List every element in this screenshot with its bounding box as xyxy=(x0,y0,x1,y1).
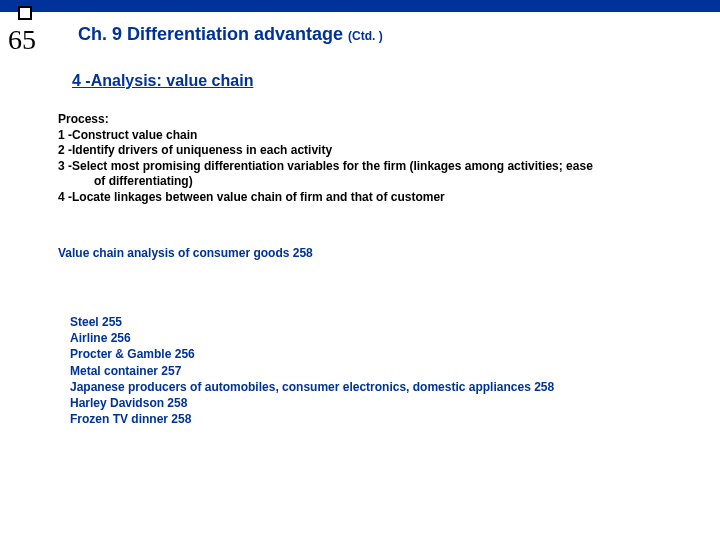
section-heading: 4 -Analysis: value chain xyxy=(72,72,253,90)
process-item-1: 1 -Construct value chain xyxy=(58,128,197,142)
examples-block: Steel 255 Airline 256 Procter & Gamble 2… xyxy=(70,314,554,427)
bullet-icon xyxy=(18,6,32,20)
process-item-3a: 3 -Select most promising differentiation… xyxy=(58,159,593,173)
consumer-goods-line: Value chain analysis of consumer goods 2… xyxy=(58,246,313,260)
page-number: 65 xyxy=(8,24,36,56)
header-bar xyxy=(0,0,720,12)
example-metal: Metal container 257 xyxy=(70,364,181,378)
example-frozen: Frozen TV dinner 258 xyxy=(70,412,191,426)
process-item-4: 4 -Locate linkages between value chain o… xyxy=(58,190,445,204)
title-main: Ch. 9 Differentiation advantage xyxy=(78,24,343,44)
example-airline: Airline 256 xyxy=(70,331,131,345)
title-suffix: (Ctd. ) xyxy=(348,29,383,43)
process-heading: Process: xyxy=(58,112,109,126)
process-item-3b: of differentiating) xyxy=(58,174,678,190)
example-harley: Harley Davidson 258 xyxy=(70,396,187,410)
process-block: Process: 1 -Construct value chain 2 -Ide… xyxy=(58,112,678,206)
process-item-2: 2 -Identify drivers of uniqueness in eac… xyxy=(58,143,332,157)
example-japanese: Japanese producers of automobiles, consu… xyxy=(70,380,554,394)
example-pg: Procter & Gamble 256 xyxy=(70,347,195,361)
example-steel: Steel 255 xyxy=(70,315,122,329)
slide-title: Ch. 9 Differentiation advantage (Ctd. ) xyxy=(78,24,383,45)
